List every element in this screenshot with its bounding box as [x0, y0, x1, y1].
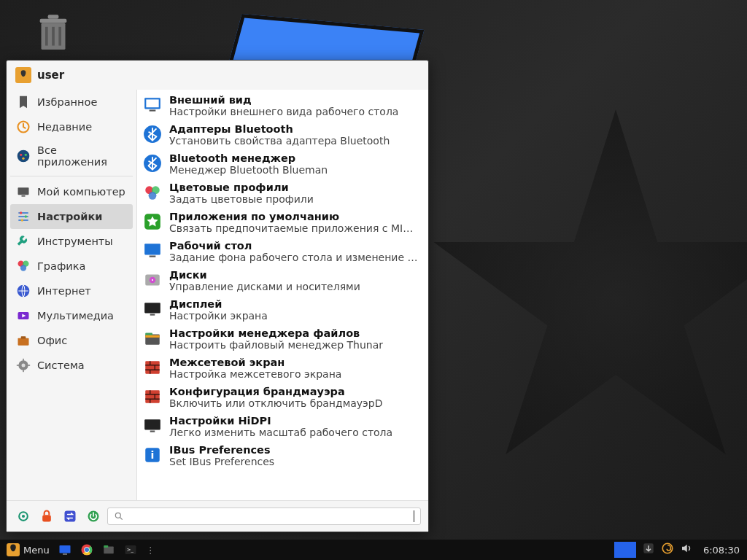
taskbar-app-chrome[interactable]: [77, 541, 97, 559]
power-icon: [86, 509, 101, 524]
sidebar-item-recent[interactable]: Недавние: [10, 114, 133, 139]
app-item[interactable]: ДисплейНастройки экрана: [137, 295, 428, 324]
svg-point-71: [85, 548, 89, 552]
svg-rect-42: [144, 244, 160, 254]
clock-icon: [16, 120, 31, 134]
svg-point-7: [18, 150, 30, 163]
app-description: Настройки экрана: [169, 310, 421, 322]
taskbar-show-desktop[interactable]: [55, 541, 75, 559]
gear-icon: [16, 358, 31, 373]
svg-rect-3: [45, 26, 48, 45]
logout-button[interactable]: [84, 507, 103, 526]
sidebar-item-system[interactable]: Система: [10, 353, 133, 378]
svg-rect-4: [52, 26, 55, 45]
svg-rect-2: [48, 15, 59, 19]
svg-rect-60: [42, 515, 51, 521]
sidebar-item-multimedia[interactable]: Мультимедиа: [10, 303, 133, 328]
svg-rect-65: [59, 545, 70, 553]
app-title: Рабочий стол: [169, 240, 421, 252]
svg-point-28: [22, 364, 26, 368]
user-avatar-icon[interactable]: [15, 67, 31, 83]
color-icon: [143, 183, 162, 202]
switch-user-button[interactable]: [61, 507, 80, 526]
menu-sidebar: Избранное Недавние Все приложения Мой ко…: [7, 90, 136, 500]
tray-volume-icon[interactable]: [680, 542, 693, 558]
palette-icon: [16, 259, 31, 273]
svg-rect-34: [146, 99, 158, 107]
app-description: Установить свойства адаптера Bluetooth: [169, 135, 421, 147]
firewall-icon: [143, 358, 162, 377]
taskbar-app-files[interactable]: [98, 541, 119, 559]
app-item[interactable]: Межсетевой экранНастройка межсетевого эк…: [137, 354, 428, 383]
app-item[interactable]: Цветовые профилиЗадать цветовые профили: [137, 179, 428, 208]
app-item[interactable]: Bluetooth менеджерМенеджер Bluetooth Blu…: [137, 149, 428, 179]
terminal-icon: >_: [124, 543, 137, 556]
sidebar-item-office[interactable]: Офис: [10, 328, 133, 353]
sidebar-item-all-apps[interactable]: Все приложения: [10, 139, 133, 173]
desktop-trash-icon[interactable]: [35, 13, 71, 53]
taskbar-clock[interactable]: 6:08:30: [699, 545, 744, 556]
app-item[interactable]: ДискиУправление дисками и носителями: [137, 266, 428, 295]
app-item[interactable]: Рабочий столЗадание фона рабочего стола …: [137, 237, 428, 266]
app-item[interactable]: Приложения по умолчаниюСвязать предпочит…: [137, 208, 428, 237]
tray-update-icon[interactable]: [642, 542, 655, 558]
sidebar-item-internet[interactable]: Интернет: [10, 279, 133, 303]
lock-button[interactable]: [37, 507, 56, 526]
taskbar-app-terminal[interactable]: >_: [120, 541, 141, 559]
multimedia-icon: [16, 308, 31, 323]
app-description: Включить или отключить брандмауэрD: [169, 397, 421, 409]
system-tray: [638, 542, 697, 558]
tray-spiral-icon[interactable]: [661, 542, 674, 558]
app-item[interactable]: Внешний видНастройки внешнего вида рабоч…: [137, 91, 428, 120]
switch-icon: [63, 509, 77, 524]
desktop-icon: [58, 543, 71, 556]
sidebar-item-favorites[interactable]: Избранное: [10, 90, 133, 114]
svg-rect-5: [58, 26, 61, 45]
search-box[interactable]: [107, 508, 421, 525]
computer-icon: [16, 184, 31, 199]
app-item[interactable]: Адаптеры BluetoothУстановить свойства ад…: [137, 120, 428, 149]
app-title: IBus Preferences: [169, 444, 421, 456]
sidebar-item-mycomputer[interactable]: Мой компьютер: [10, 179, 133, 204]
sidebar-item-tools[interactable]: Инструменты: [10, 229, 133, 254]
svg-rect-73: [104, 545, 108, 548]
app-description: Настройка межсетевого экрана: [169, 368, 421, 380]
app-title: Настройки HiDPI: [169, 415, 421, 427]
distro-logo-icon: [7, 543, 20, 556]
text-cursor: [414, 510, 414, 522]
app-description: Настройки внешнего вида рабочего стола: [169, 106, 421, 117]
desktop-icon: [143, 241, 162, 260]
taskbar-menu-button[interactable]: Menu: [3, 541, 53, 559]
disks-icon: [143, 271, 162, 289]
app-item[interactable]: Настройки HiDPIЛегко изменить масштаб ра…: [137, 412, 428, 441]
sidebar-item-label: Система: [37, 359, 85, 371]
svg-point-18: [21, 219, 23, 221]
app-item[interactable]: Настройки менеджера файловНастроить файл…: [137, 324, 428, 354]
taskbar-separator[interactable]: ⋮: [142, 541, 159, 559]
workspace-indicator[interactable]: [614, 542, 636, 558]
app-title: Bluetooth менеджер: [169, 152, 421, 164]
app-title: Межсетевой экран: [169, 357, 421, 368]
app-description: Настроить файловый менеджер Thunar: [169, 339, 421, 351]
svg-point-10: [22, 158, 24, 160]
gear-icon: [16, 509, 31, 524]
search-input[interactable]: [128, 510, 409, 522]
ibus-icon: i: [143, 446, 162, 464]
menu-header: user: [7, 61, 428, 90]
settings-button[interactable]: [14, 507, 33, 526]
filemanager-icon: [143, 329, 162, 348]
application-menu: user Избранное Недавние Все приложения: [6, 60, 429, 532]
svg-point-40: [149, 192, 157, 200]
svg-point-17: [25, 215, 27, 217]
bluetooth-icon: [143, 154, 162, 173]
svg-rect-52: [145, 361, 160, 373]
sidebar-item-graphics[interactable]: Графика: [10, 254, 133, 279]
app-item[interactable]: Конфигурация брандмауэраВключить или отк…: [137, 383, 428, 412]
svg-rect-66: [63, 553, 67, 555]
app-item[interactable]: iIBus PreferencesSet IBus Preferences: [137, 441, 428, 470]
svg-point-46: [152, 279, 153, 281]
app-description: Set IBus Preferences: [169, 456, 421, 467]
sidebar-item-settings[interactable]: Настройки: [10, 204, 133, 229]
svg-rect-1: [40, 18, 67, 22]
briefcase-icon: [16, 333, 31, 348]
